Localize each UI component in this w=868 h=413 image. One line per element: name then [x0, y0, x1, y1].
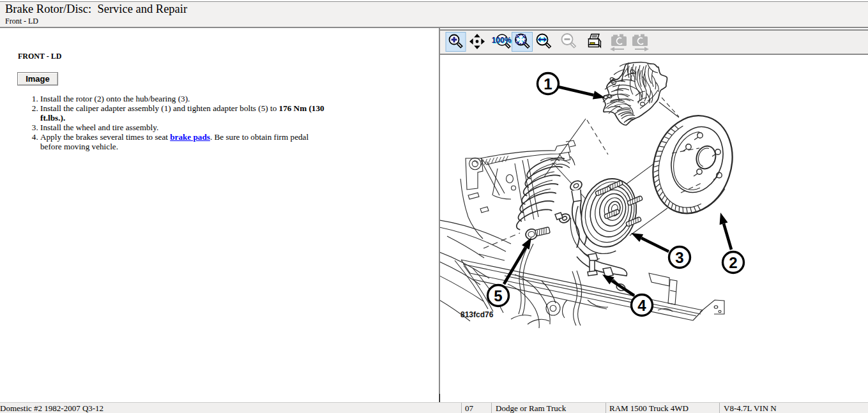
svg-text:100%: 100%	[492, 36, 512, 45]
svg-text:5: 5	[494, 287, 502, 304]
svg-text:3: 3	[675, 249, 683, 266]
svg-text:2: 2	[729, 254, 737, 271]
svg-text:4: 4	[637, 297, 646, 314]
svg-text:1: 1	[544, 75, 552, 93]
svg-text:813fcd76: 813fcd76	[461, 310, 494, 319]
